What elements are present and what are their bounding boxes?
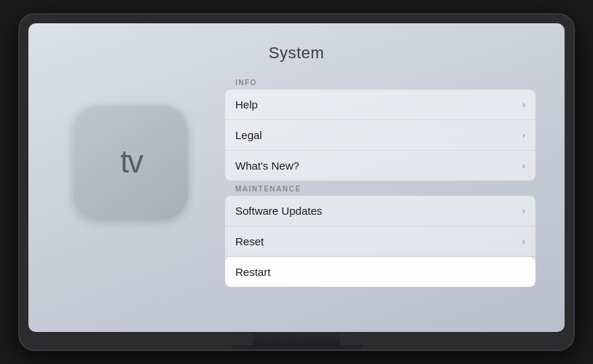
- menu-item-restart[interactable]: Restart: [225, 257, 535, 287]
- left-panel: tv: [58, 82, 203, 242]
- software-updates-label: Software Updates: [235, 205, 322, 217]
- legal-label: Legal: [235, 129, 262, 141]
- tv-stand: [253, 332, 340, 349]
- maintenance-section-label: MAINTENANCE: [225, 185, 535, 193]
- info-menu-list: Help › Legal › What's New? ›: [225, 90, 535, 181]
- appletv-icon: tv: [72, 103, 189, 220]
- info-section-label: INFO: [225, 79, 535, 87]
- tv-frame: System tv INFO Help: [20, 15, 573, 349]
- screen-body: tv INFO Help › Legal ›: [28, 74, 565, 332]
- reset-label: Reset: [235, 235, 264, 248]
- info-section: INFO Help › Legal › What's New? ›: [225, 79, 535, 181]
- menu-item-help[interactable]: Help ›: [225, 90, 535, 120]
- maintenance-section: MAINTENANCE Software Updates › Reset › R…: [225, 185, 535, 287]
- chevron-icon: ›: [522, 205, 525, 216]
- tv-label: tv: [120, 143, 142, 180]
- maintenance-menu-list: Software Updates › Reset › Restart: [225, 196, 535, 287]
- page-title: System: [28, 44, 565, 63]
- chevron-icon: ›: [522, 99, 525, 110]
- restart-label: Restart: [235, 266, 270, 278]
- help-label: Help: [235, 98, 258, 111]
- chevron-icon: ›: [522, 160, 525, 171]
- chevron-icon: ›: [522, 130, 525, 141]
- chevron-icon: ›: [522, 236, 525, 247]
- whats-new-label: What's New?: [235, 159, 299, 172]
- menu-item-reset[interactable]: Reset ›: [225, 226, 535, 257]
- menu-item-legal[interactable]: Legal ›: [225, 120, 535, 151]
- tv-screen: System tv INFO Help: [28, 23, 565, 332]
- right-panel: INFO Help › Legal › What's New? ›: [225, 74, 535, 291]
- menu-item-software-updates[interactable]: Software Updates ›: [225, 196, 535, 226]
- menu-item-whats-new[interactable]: What's New? ›: [225, 151, 535, 181]
- appletv-logo: tv: [119, 143, 142, 180]
